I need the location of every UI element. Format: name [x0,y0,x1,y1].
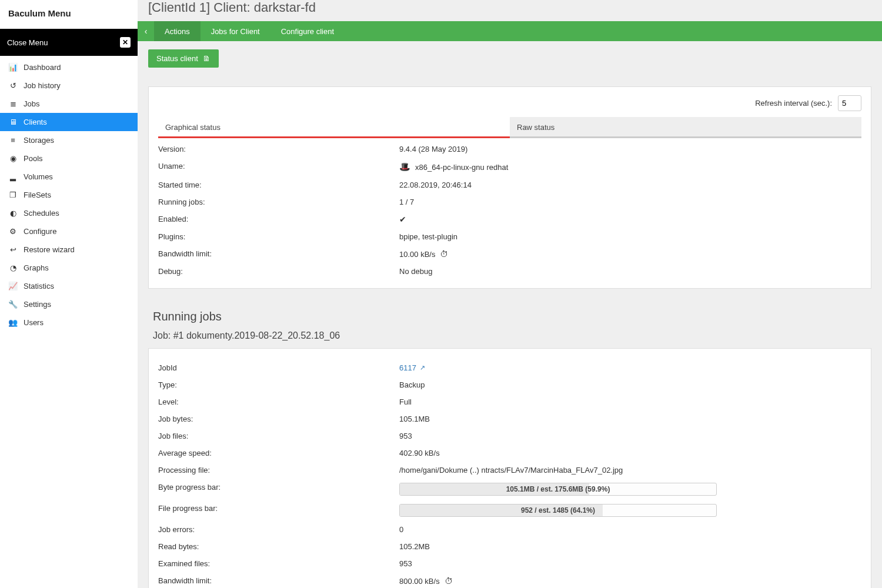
filesets-icon: ❐ [8,191,18,199]
running-job-row: Job bytes:105.1MB [151,410,868,427]
back-button[interactable]: ‹ [138,21,154,41]
tab-graphical-status[interactable]: Graphical status [158,117,510,136]
client-status-row: Plugins:bpipe, test-plugin [151,228,868,245]
client-status-label: Uname: [158,162,399,172]
client-status-row: Uname:🎩x86_64-pc-linux-gnu redhat [151,158,868,176]
refresh-row: Refresh interval (sec.): [149,95,871,117]
running-job-label: Level: [158,397,399,406]
sidebar-item-label: Users [24,318,44,327]
sidebar-item-volumes[interactable]: ▂Volumes [0,168,138,186]
main: [ClientId 1] Client: darkstar-fd ‹ Actio… [138,0,882,588]
refresh-input[interactable] [838,95,861,111]
client-status-value-text: 10.00 kB/s [399,250,435,259]
client-status-row: Version:9.4.4 (28 May 2019) [151,141,868,158]
client-status-label: Debug: [158,267,399,276]
client-status-row: Running jobs:1 / 7 [151,193,868,211]
running-job-table: JobId6117 ↗Type:BackupLevel:FullJob byte… [149,357,871,588]
redhat-icon: 🎩 [399,162,410,172]
gauge-icon[interactable]: ⏱ [440,249,448,259]
sidebar-item-filesets[interactable]: ❐FileSets [0,186,138,204]
client-status-value-text: 1 / 7 [399,198,414,206]
status-tabs: Graphical status Raw status [158,117,861,136]
sidebar-item-label: Dashboard [24,63,61,72]
client-status-value: bpipe, test-plugin [399,232,861,241]
sidebar-item-job-history[interactable]: ↺Job history [0,76,138,95]
running-job-value: 105.2MB [399,542,861,551]
sidebar-item-label: Settings [24,300,51,309]
running-job-label: File progress bar: [158,504,399,517]
sidebar-item-schedules[interactable]: ◐Schedules [0,204,138,222]
tab-jobs-for-client[interactable]: Jobs for Client [201,21,270,41]
running-job-row: JobId6117 ↗ [151,359,868,376]
tab-configure-client[interactable]: Configure client [270,21,345,41]
client-status-row: Debug:No debug [151,263,868,280]
sidebar-item-settings[interactable]: 🔧Settings [0,295,138,313]
sidebar-item-dashboard[interactable]: 📊Dashboard [0,58,138,76]
running-heading: Running jobs [138,299,882,327]
statistics-icon: 📈 [8,282,18,290]
tab-raw-status[interactable]: Raw status [510,117,861,136]
toolbar: Status client 🗎 [138,41,882,76]
settings-icon: 🔧 [8,300,18,309]
running-job-value-text: 953 [399,432,412,440]
running-job-value-text: /home/gani/Dokume (..) ntracts/FLAv7/Mar… [399,466,623,475]
running-job-row: Level:Full [151,393,868,410]
pools-icon: ◉ [8,154,18,163]
running-job-value: Backup [399,380,861,389]
sidebar-item-clients[interactable]: 🖥Clients [0,113,138,131]
client-status-label: Enabled: [158,215,399,224]
running-job-row: Bandwidth limit:800.00 kB/s⏱ [151,572,868,588]
client-status-value: 9.4.4 (28 May 2019) [399,145,861,153]
running-job-value-text: 105.2MB [399,542,430,551]
running-job-value: /home/gani/Dokume (..) ntracts/FLAv7/Mar… [399,466,861,475]
running-job-row: Byte progress bar:105.1MB / est. 175.6MB… [151,479,868,500]
status-client-button[interactable]: Status client 🗎 [148,49,219,68]
sidebar-item-label: Pools [24,154,43,163]
sidebar-item-label: Schedules [24,209,59,218]
gauge-icon[interactable]: ⏱ [445,576,453,586]
sidebar-item-configure[interactable]: ⚙Configure [0,222,138,240]
client-status-label: Running jobs: [158,198,399,206]
running-job-value: 6117 ↗ [399,363,861,372]
running-job-value-text: Backup [399,380,425,389]
running-job-value: 402.90 kB/s [399,449,861,457]
dashboard-icon: 📊 [8,63,18,72]
close-menu-button[interactable]: Close Menu ✕ [0,29,138,56]
client-status-value: 1 / 7 [399,198,861,206]
client-status-table: Version:9.4.4 (28 May 2019)Uname:🎩x86_64… [149,138,871,282]
progress-label: 952 / est. 1485 (64.1%) [400,505,716,516]
running-job-value: 800.00 kB/s⏱ [399,576,861,586]
running-job-label: Read bytes: [158,542,399,551]
nav-list: 📊Dashboard↺Job history≣Jobs🖥Clients≡Stor… [0,56,138,332]
status-panel: Refresh interval (sec.): Graphical statu… [148,86,871,289]
client-status-value-text: 22.08.2019, 20:46:14 [399,181,472,189]
sidebar-item-jobs[interactable]: ≣Jobs [0,95,138,113]
running-job-value: 953 [399,559,861,568]
progress-bar: 105.1MB / est. 175.6MB (59.9%) [399,483,717,496]
graphs-icon: ◔ [8,263,18,272]
running-job-value-text: 953 [399,559,412,568]
running-job-value-text: 0 [399,525,403,534]
running-job-value: 105.1MB / est. 175.6MB (59.9%) [399,483,861,496]
sidebar-item-label: FileSets [24,191,51,199]
client-status-label: Started time: [158,181,399,189]
tab-actions[interactable]: Actions [154,21,201,41]
sidebar-item-label: Clients [24,118,47,126]
client-status-label: Plugins: [158,232,399,241]
sidebar-item-restore-wizard[interactable]: ↩Restore wizard [0,240,138,259]
job-history-icon: ↺ [8,81,18,90]
sidebar-item-users[interactable]: 👥Users [0,313,138,332]
jobid-link[interactable]: 6117 ↗ [399,363,425,372]
client-status-value: 🎩x86_64-pc-linux-gnu redhat [399,162,861,172]
sidebar-item-statistics[interactable]: 📈Statistics [0,277,138,295]
running-job-value-text: 800.00 kB/s [399,577,440,586]
sidebar-item-graphs[interactable]: ◔Graphs [0,259,138,277]
client-status-value-text: No debug [399,267,432,276]
sidebar-item-label: Configure [24,227,56,236]
sidebar-item-label: Statistics [24,282,54,290]
sidebar-item-storages[interactable]: ≡Storages [0,131,138,149]
refresh-label: Refresh interval (sec.): [755,99,832,108]
client-status-value: ✔ [399,215,861,224]
sidebar-item-pools[interactable]: ◉Pools [0,149,138,168]
client-status-value-text: x86_64-pc-linux-gnu redhat [415,163,508,172]
